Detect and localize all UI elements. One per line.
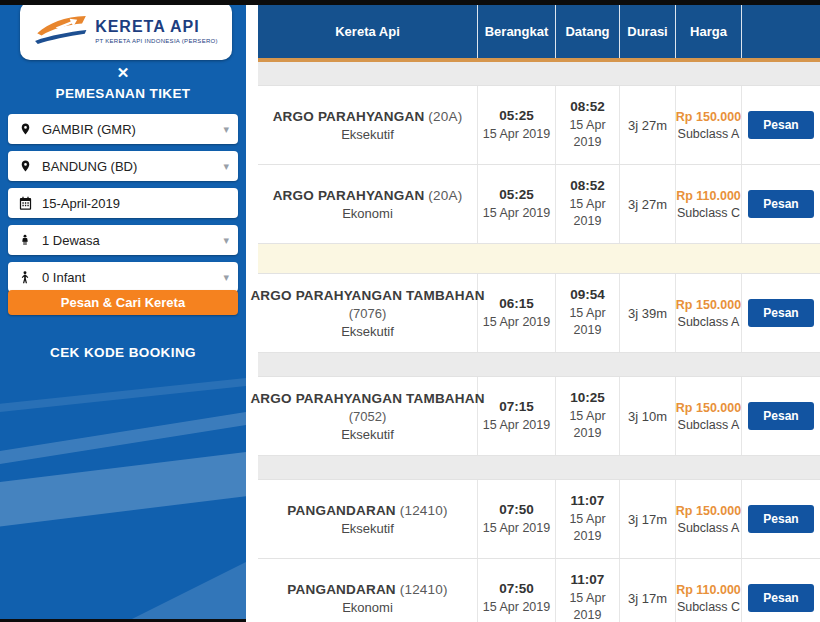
train-name: ARGO PARAHYANGAN TAMBAHAN [250, 288, 484, 303]
depart-cell: 05:2515 Apr 2019 [478, 86, 556, 164]
table-body: ARGO PARAHYANGAN (20A)Eksekutif05:2515 A… [258, 62, 820, 622]
close-icon[interactable]: ✕ [117, 64, 130, 82]
location-pin-icon [17, 158, 33, 174]
pesan-button[interactable]: Pesan [748, 299, 813, 327]
pesan-button[interactable]: Pesan [748, 505, 813, 533]
field-depart-date[interactable]: 15-April-2019 [8, 188, 238, 218]
depart-time: 05:25 [499, 187, 534, 202]
price: Rp 150.000 [676, 504, 741, 518]
arrive-cell: 09:5415 Apr 2019 [556, 274, 620, 352]
schedule-table: Kereta ApiBerangkatDatangDurasiHarga ARG… [258, 5, 820, 622]
depart-time: 07:15 [499, 399, 534, 414]
depart-date: 15 Apr 2019 [483, 599, 550, 616]
arrive-time: 08:52 [570, 178, 605, 193]
separator-band [258, 244, 820, 274]
table-header: Kereta ApiBerangkatDatangDurasiHarga [258, 5, 820, 58]
table-row: ARGO PARAHYANGAN TAMBAHAN(7052)Eksekutif… [258, 377, 820, 456]
field-value: BANDUNG (BD) [42, 159, 214, 174]
pesan-button[interactable]: Pesan [748, 190, 813, 218]
depart-date: 15 Apr 2019 [483, 520, 550, 537]
subclass: Subclass C [677, 600, 740, 614]
duration-cell: 3j 17m [620, 559, 676, 622]
separator-band [258, 456, 820, 480]
train-class: Eksekutif [341, 427, 394, 442]
depart-time: 07:50 [499, 581, 534, 596]
depart-cell: 07:5015 Apr 2019 [478, 480, 556, 558]
action-cell: Pesan [742, 480, 820, 558]
train-name: PANGANDARAN (12410) [287, 503, 447, 518]
price: Rp 150.000 [676, 401, 741, 415]
separator-band [258, 62, 820, 86]
search-trains-button[interactable]: Pesan & Cari Kereta [8, 290, 238, 315]
arrive-date: 15 Apr 2019 [565, 196, 611, 230]
top-edge-strip [0, 0, 820, 5]
arrive-cell: 08:5215 Apr 2019 [556, 165, 620, 243]
train-name: PANGANDARAN (12410) [287, 582, 447, 597]
depart-cell: 07:5015 Apr 2019 [478, 559, 556, 622]
brand-subtitle: PT KERETA API INDONESIA (PERSERO) [95, 38, 218, 44]
chevron-down-icon: ▾ [223, 234, 229, 247]
train-cell: ARGO PARAHYANGAN (20A)Eksekutif [258, 86, 478, 164]
price: Rp 110.000 [676, 583, 741, 597]
action-cell: Pesan [742, 86, 820, 164]
price-cell: Rp 150.000Subclass A [676, 377, 742, 455]
header-cell-harga: Harga [676, 5, 742, 58]
action-cell: Pesan [742, 274, 820, 352]
field-infant-count[interactable]: 0 Infant▾ [8, 262, 238, 292]
calendar-icon [17, 196, 33, 211]
table-row: PANGANDARAN (12410)Ekonomi07:5015 Apr 20… [258, 559, 820, 622]
location-pin-icon [17, 121, 33, 137]
price-cell: Rp 150.000Subclass A [676, 86, 742, 164]
chevron-down-icon: ▾ [223, 271, 229, 284]
field-adult-count[interactable]: 1 Dewasa▾ [8, 225, 238, 255]
duration: 3j 39m [628, 306, 667, 321]
check-booking-code-link[interactable]: CEK KODE BOOKING [0, 345, 246, 360]
depart-date: 15 Apr 2019 [483, 126, 550, 143]
arrive-date: 15 Apr 2019 [565, 408, 611, 442]
price: Rp 150.000 [676, 298, 741, 312]
sidebar-decoration [126, 562, 246, 622]
train-cell: ARGO PARAHYANGAN TAMBAHAN(7052)Eksekutif [258, 377, 478, 455]
sidebar-decoration [0, 364, 246, 416]
header-cell-durasi: Durasi [620, 5, 676, 58]
train-cell: ARGO PARAHYANGAN (20A)Ekonomi [258, 165, 478, 243]
subclass: Subclass A [678, 418, 740, 432]
pesan-button[interactable]: Pesan [748, 111, 813, 139]
booking-form-fields: GAMBIR (GMR)▾BANDUNG (BD)▾15-April-20191… [8, 114, 238, 292]
header-cell-berangkat: Berangkat [478, 5, 556, 58]
header-cell-action [742, 5, 820, 58]
train-class: Ekonomi [342, 206, 393, 221]
pesan-button[interactable]: Pesan [748, 402, 813, 430]
separator-band [258, 353, 820, 377]
depart-date: 15 Apr 2019 [483, 205, 550, 222]
depart-date: 15 Apr 2019 [483, 417, 550, 434]
arrive-cell: 11:0715 Apr 2019 [556, 480, 620, 558]
header-cell-kereta-api: Kereta Api [258, 5, 478, 58]
arrive-cell: 10:2515 Apr 2019 [556, 377, 620, 455]
price: Rp 150.000 [676, 110, 741, 124]
subclass: Subclass A [678, 521, 740, 535]
action-cell: Pesan [742, 377, 820, 455]
train-name: ARGO PARAHYANGAN (20A) [273, 109, 463, 124]
field-destination-station[interactable]: BANDUNG (BD)▾ [8, 151, 238, 181]
train-code: (20A) [424, 188, 462, 203]
pesan-button[interactable]: Pesan [748, 584, 813, 612]
price-cell: Rp 110.000Subclass C [676, 165, 742, 243]
arrive-date: 15 Apr 2019 [565, 590, 611, 622]
arrive-time: 11:07 [571, 493, 605, 508]
action-cell: Pesan [742, 559, 820, 622]
field-value: 15-April-2019 [42, 196, 229, 211]
subclass: Subclass C [677, 206, 740, 220]
arrive-cell: 08:5215 Apr 2019 [556, 86, 620, 164]
depart-time: 06:15 [499, 296, 534, 311]
brand-title: KERETA API [95, 18, 200, 36]
duration: 3j 17m [628, 512, 667, 527]
arrive-date: 15 Apr 2019 [565, 511, 611, 545]
train-cell: PANGANDARAN (12410)Eksekutif [258, 480, 478, 558]
arrive-time: 08:52 [570, 99, 605, 114]
train-code: (20A) [424, 109, 462, 124]
field-origin-station[interactable]: GAMBIR (GMR)▾ [8, 114, 238, 144]
train-class: Eksekutif [341, 324, 394, 339]
header-cell-datang: Datang [556, 5, 620, 58]
depart-cell: 07:1515 Apr 2019 [478, 377, 556, 455]
